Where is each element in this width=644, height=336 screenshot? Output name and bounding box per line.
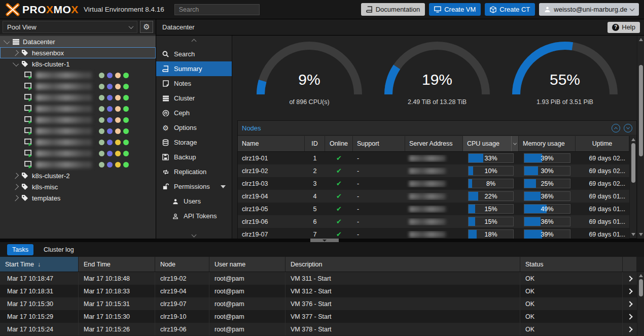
chevron-right-icon[interactable] <box>627 314 632 319</box>
col-header-online[interactable]: Online <box>325 136 353 151</box>
nav-item-search[interactable]: Search <box>156 47 232 61</box>
nav-item-permissions[interactable]: Permissions <box>156 179 232 194</box>
col-header-memory-usage[interactable]: Memory usage <box>519 136 576 151</box>
chevron-right-icon[interactable] <box>627 276 632 281</box>
tree-item-vm[interactable] <box>0 159 156 170</box>
cpu-usage-bar: 33% <box>468 153 514 163</box>
node-row[interactable]: clrz19-06 6 ✔ - 15% 36% 69 days 01... <box>238 215 629 228</box>
tree-item-vm[interactable] <box>0 103 156 114</box>
global-search-input[interactable] <box>174 4 260 15</box>
tree-item-k8s-cluster-2[interactable]: k8s-cluster-2 <box>0 170 156 181</box>
nav-item-storage[interactable]: Storage <box>156 135 232 150</box>
online-check-icon: ✔ <box>336 205 342 213</box>
task-row[interactable]: Mar 17 10:15:30 Mar 17 10:15:31 clrz19-0… <box>0 297 644 310</box>
user-menu-button[interactable]: weissto@uni-marburg.de <box>539 3 639 16</box>
tree-item-k8s-cluster-1[interactable]: k8s-cluster-1 <box>0 58 156 70</box>
task-user: root@pam <box>209 323 285 335</box>
view-mode-select[interactable]: Pool View <box>3 21 137 33</box>
tree-item-vm[interactable] <box>0 125 156 137</box>
scroll-up-arrow[interactable] <box>639 38 643 41</box>
tree-item-hessenbox[interactable]: hessenbox <box>0 47 156 58</box>
collapse-down-button[interactable] <box>624 124 632 132</box>
chevron-right-icon[interactable] <box>627 301 632 307</box>
node-row[interactable]: clrz19-03 3 ✔ - 8% 25% 69 days 02... <box>238 177 629 190</box>
nav-item-ceph[interactable]: Ceph <box>156 106 232 120</box>
node-support: - <box>353 167 405 175</box>
col-header-name[interactable]: Name <box>238 136 305 151</box>
caret-collapsed-icon[interactable] <box>13 184 19 190</box>
scrollbar-thumb[interactable] <box>639 65 643 156</box>
nav-item-replication[interactable]: Replication <box>156 164 232 179</box>
content-scrollbar[interactable] <box>637 36 644 239</box>
scroll-down-arrow[interactable] <box>639 233 643 236</box>
col-header-server-address[interactable]: Server Address <box>405 136 463 151</box>
tree-item-vm[interactable] <box>0 92 156 103</box>
scrollbar-thumb[interactable] <box>639 279 643 296</box>
chevron-right-icon[interactable] <box>627 326 632 332</box>
nav-item-summary[interactable]: Summary <box>156 61 232 76</box>
node-support: - <box>353 155 405 162</box>
col-header-description[interactable]: Description <box>285 257 520 272</box>
col-header-end-time[interactable]: End Time <box>79 257 155 272</box>
tree-item-datacenter[interactable]: Datacenter <box>0 36 156 47</box>
node-id: 5 <box>305 206 325 213</box>
col-header-support[interactable]: Support <box>353 136 405 151</box>
tree-settings-button[interactable]: ⚙ <box>140 21 153 33</box>
nav-item-api-tokens[interactable]: API Tokens <box>156 209 232 223</box>
chevron-right-icon[interactable] <box>627 288 632 294</box>
nav-scroll-down[interactable] <box>156 233 232 237</box>
nav-item-cluster[interactable]: Cluster <box>156 91 232 106</box>
scroll-up-arrow[interactable] <box>631 138 635 141</box>
column-menu-button[interactable] <box>511 136 518 151</box>
tree-item-vm[interactable] <box>0 70 156 81</box>
tree-item-vm[interactable] <box>0 81 156 92</box>
col-header-node[interactable]: Node <box>155 257 209 272</box>
node-row[interactable]: clrz19-05 5 ✔ - 15% 49% 69 days 01... <box>238 203 629 215</box>
create-vm-button[interactable]: Create VM <box>429 3 481 16</box>
scroll-down-arrow[interactable] <box>631 233 635 236</box>
tab-cluster-log[interactable]: Cluster log <box>39 244 79 255</box>
tree-item-k8s-misc[interactable]: k8s-misc <box>0 181 156 192</box>
scrollbar-thumb[interactable] <box>631 143 635 183</box>
collapse-icon[interactable] <box>221 185 226 188</box>
tab-tasks[interactable]: Tasks <box>7 244 33 255</box>
task-row[interactable]: Mar 17 10:15:29 Mar 17 10:15:30 clrz19-1… <box>0 310 644 323</box>
create-ct-button[interactable]: Create CT <box>485 3 535 16</box>
tree-item-vm[interactable] <box>0 114 156 125</box>
splitter-collapse-handle[interactable] <box>310 239 339 242</box>
tree-item-vm[interactable] <box>0 137 156 148</box>
nav-item-users[interactable]: Users <box>156 194 232 209</box>
task-row[interactable]: Mar 17 10:18:31 Mar 17 10:18:33 clrz19-0… <box>0 285 644 297</box>
node-row[interactable]: clrz19-01 1 ✔ - 33% 39% 69 days 02... <box>238 152 629 164</box>
caret-collapsed-icon[interactable] <box>13 195 19 201</box>
nav-item-backup[interactable]: Backup <box>156 150 232 164</box>
node-row[interactable]: clrz19-04 4 ✔ - 22% 36% 69 days 01... <box>238 190 629 203</box>
col-header-cpu-usage[interactable]: CPU usage <box>463 136 519 151</box>
caret-collapsed-icon[interactable] <box>13 50 19 56</box>
nav-item-notes[interactable]: Notes <box>156 76 232 91</box>
nav-scroll-up[interactable] <box>156 36 232 47</box>
tree-item-templates[interactable]: templates <box>0 192 156 204</box>
tree-item-vm[interactable] <box>0 148 156 159</box>
panel-splitter[interactable] <box>0 239 644 242</box>
caret-collapsed-icon[interactable] <box>13 173 19 179</box>
col-header-id[interactable]: ID <box>305 136 325 151</box>
documentation-button[interactable]: Documentation <box>361 3 425 16</box>
caret-expanded-icon[interactable] <box>4 38 10 44</box>
collapse-up-button[interactable] <box>612 124 620 132</box>
col-header-status[interactable]: Status <box>520 257 623 272</box>
caret-expanded-icon[interactable] <box>13 60 19 66</box>
unlock-icon <box>162 183 169 190</box>
col-header-uptime[interactable]: Uptime <box>576 136 629 151</box>
task-row[interactable]: Mar 17 10:15:24 Mar 17 10:15:26 clrz19-0… <box>0 323 644 335</box>
nav-item-options[interactable]: ⚙ Options <box>156 120 232 135</box>
help-button[interactable]: ? Help <box>607 22 640 33</box>
nodes-scrollbar[interactable] <box>629 136 636 238</box>
col-header-user-name[interactable]: User name <box>209 257 285 272</box>
node-row[interactable]: clrz19-02 2 ✔ - 10% 30% 69 days 02... <box>238 164 629 177</box>
task-row[interactable]: Mar 17 10:18:47 Mar 17 10:18:48 clrz19-0… <box>0 272 644 285</box>
col-header-start-time[interactable]: Start Time↓ <box>0 257 79 272</box>
tasks-scrollbar[interactable] <box>637 272 644 336</box>
node-uptime: 69 days 02... <box>576 167 629 175</box>
scroll-up-arrow[interactable] <box>639 274 643 277</box>
